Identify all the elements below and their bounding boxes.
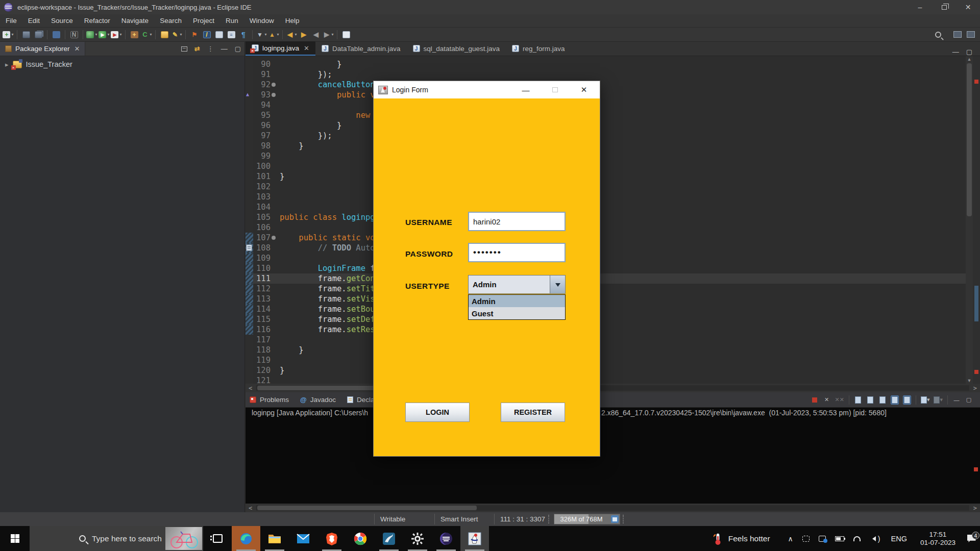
scroll-right-icon[interactable]: > <box>970 505 980 512</box>
code-editor[interactable]: 90 }91 });92 cancelButton.addActionListe… <box>246 56 980 384</box>
menu-source[interactable]: Source <box>45 14 79 27</box>
code-line-95[interactable]: 95 new reg_form(); <box>246 110 966 120</box>
scroll-down-icon[interactable]: ▼ <box>966 378 973 383</box>
code-line-108[interactable]: 108 // TODO Auto-generated method stub <box>246 243 966 253</box>
code-line-115[interactable]: 115 frame.setDefaultCloseOperation(JFram… <box>246 314 966 324</box>
refresh-icon[interactable]: C▾ <box>141 29 152 40</box>
menu-navigate[interactable]: Navigate <box>116 14 154 27</box>
taskbar-app-chrome[interactable] <box>346 526 375 551</box>
word-wrap-icon[interactable] <box>878 395 887 405</box>
code-line-111[interactable]: 111 frame.getContentPane().setBackground… <box>246 273 966 284</box>
run-external-icon[interactable]: ▶▾ <box>111 29 122 40</box>
tab-package-explorer[interactable]: Package Explorer ✕ <box>0 42 85 56</box>
debug-icon[interactable]: ▾ <box>86 29 97 40</box>
task-view-button[interactable] <box>203 526 232 551</box>
console-horizontal-scrollbar[interactable]: < > <box>246 504 980 512</box>
menu-refactor[interactable]: Refactor <box>79 14 116 27</box>
remove-launch-icon[interactable]: ✕ <box>823 395 831 405</box>
scroll-left-icon[interactable]: < <box>246 385 255 392</box>
screen-capture-icon[interactable] <box>802 536 810 542</box>
code-line-120[interactable]: 120} <box>246 365 966 375</box>
dialog-minimize-button[interactable]: — <box>518 81 533 98</box>
taskbar-app-mail[interactable] <box>289 526 317 551</box>
save-all-icon[interactable] <box>33 29 44 40</box>
scroll-lock-icon[interactable] <box>866 395 874 405</box>
show-console-on-output-icon[interactable] <box>891 395 899 405</box>
copy-doc-icon[interactable] <box>213 29 225 40</box>
error-marker[interactable] <box>974 370 978 374</box>
back-yellow-icon[interactable]: ◀▾ <box>286 29 297 40</box>
editor-tab-sql_datatable_guest-java[interactable]: Jsql_datatable_guest.java <box>407 41 506 56</box>
code-line-90[interactable]: 90 } <box>246 59 966 69</box>
pen-icon[interactable]: ✎▾ <box>171 29 182 40</box>
fold-marker-icon[interactable] <box>272 93 276 97</box>
code-line-96[interactable]: 96 } <box>246 120 966 131</box>
taskbar-clock[interactable]: 17:51 01-07-2023 <box>920 531 955 547</box>
scroll-up-icon[interactable]: ▲ <box>966 57 973 62</box>
code-line-94[interactable]: 94 <box>246 100 966 110</box>
editor-tab-reg_form-java[interactable]: Jreg_form.java <box>506 41 571 56</box>
window-restore-button[interactable] <box>932 0 956 14</box>
start-button[interactable] <box>0 526 30 551</box>
battery-icon[interactable] <box>835 536 844 541</box>
register-button[interactable]: REGISTER <box>501 403 565 422</box>
open-perspective-icon[interactable] <box>953 31 962 38</box>
bottom-tab-javadoc[interactable]: @Javadoc <box>300 396 336 404</box>
editor-horizontal-scrollbar[interactable]: < > <box>246 384 980 392</box>
menu-run[interactable]: Run <box>220 14 244 27</box>
code-line-117[interactable]: 117 <box>246 335 966 345</box>
back-gray-icon[interactable]: ◀ <box>310 29 322 40</box>
menu-window[interactable]: Window <box>244 14 280 27</box>
menu-edit[interactable]: Edit <box>22 14 45 27</box>
print-icon[interactable] <box>51 29 62 40</box>
sidebar-item-project[interactable]: Issue_Tracker <box>26 60 72 68</box>
highlight-icon[interactable]: / <box>201 29 212 40</box>
code-line-100[interactable]: 100 <box>246 161 966 171</box>
code-line-99[interactable]: 99 <box>246 151 966 161</box>
code-line-113[interactable]: 113 frame.setVisible(true); <box>246 294 966 304</box>
maximize-console-icon[interactable]: ▢ <box>965 395 973 405</box>
taskbar-app-java-login-form[interactable] <box>460 526 489 551</box>
taskbar-app-settings[interactable] <box>403 526 432 551</box>
forward-gray-icon[interactable]: ▶▾ <box>323 29 334 40</box>
run-icon[interactable]: ▶▾ <box>99 29 110 40</box>
new-icon[interactable]: +▾ <box>3 29 14 40</box>
forward-yellow-icon[interactable]: ▶ <box>298 29 309 40</box>
minimize-editor-icon[interactable]: — <box>952 48 959 56</box>
code-line-91[interactable]: 91 }); <box>246 69 966 80</box>
menu-search[interactable]: Search <box>154 14 187 27</box>
editor-vertical-scrollbar[interactable]: ▲ ▼ <box>966 56 973 384</box>
password-field[interactable]: ••••••• <box>468 243 566 262</box>
window-minimize-button[interactable]: – <box>908 0 932 14</box>
code-line-102[interactable]: 102 <box>246 182 966 192</box>
new-package-icon[interactable]: + <box>129 29 140 40</box>
notification-center-button[interactable]: 4 <box>963 535 980 542</box>
editor-tab-loginpg-java[interactable]: Jloginpg.java✕ <box>246 41 315 56</box>
chevron-right-icon[interactable]: ▸ <box>5 61 9 68</box>
code-line-110[interactable]: 110 LoginFrame frame = new LoginFrame(); <box>246 263 966 273</box>
code-line-105[interactable]: 105public class loginpg { <box>246 212 966 222</box>
code-line-103[interactable]: 103 <box>246 192 966 202</box>
login-button[interactable]: LOGIN <box>405 403 470 422</box>
close-icon[interactable]: ✕ <box>304 44 309 52</box>
editor-overview-ruler[interactable] <box>973 56 980 384</box>
code-line-112[interactable]: 112 frame.setTitle("Login Form"); <box>246 284 966 294</box>
taskbar-app-eclipse[interactable] <box>432 526 460 551</box>
sort-icon[interactable]: ▼▾ <box>256 29 267 40</box>
close-icon[interactable]: ✕ <box>75 45 80 53</box>
flag-icon[interactable]: ⚑ <box>189 29 200 40</box>
code-line-104[interactable]: 104 <box>246 202 966 212</box>
fold-marker-icon[interactable] <box>272 236 276 240</box>
menu-file[interactable]: File <box>0 14 22 27</box>
menu-help[interactable]: Help <box>280 14 305 27</box>
usertype-combobox[interactable]: Admin <box>468 275 566 294</box>
menu-project[interactable]: Project <box>187 14 220 27</box>
search-highlight-image[interactable] <box>165 527 202 550</box>
taskbar-weather[interactable]: Feels hotter <box>712 532 770 545</box>
garbage-collect-icon[interactable] <box>611 515 619 523</box>
dialog-close-button[interactable]: ✕ <box>576 81 592 98</box>
code-line-121[interactable]: 121 <box>246 375 966 384</box>
usertype-option-guest[interactable]: Guest <box>469 307 565 319</box>
error-marker[interactable] <box>974 80 978 84</box>
code-line-109[interactable]: 109 <box>246 253 966 263</box>
